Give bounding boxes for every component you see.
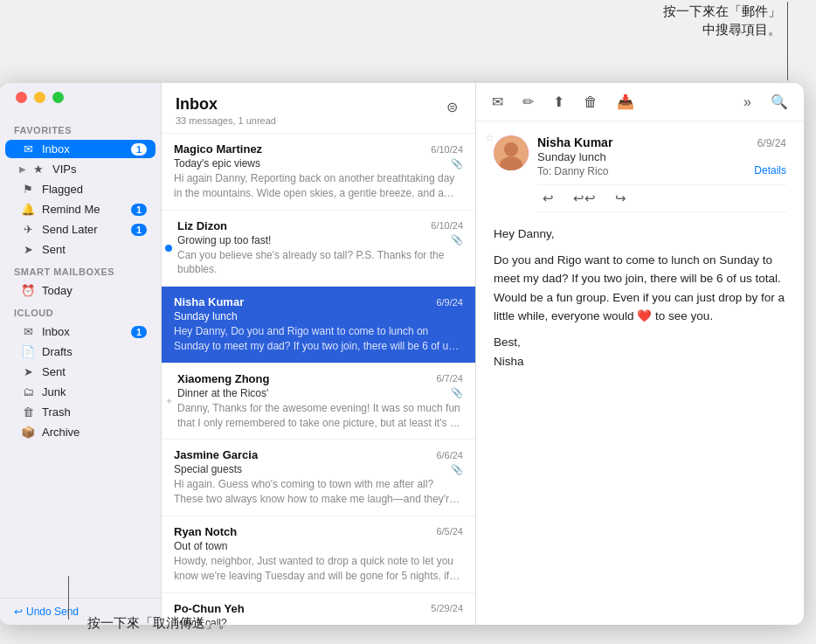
archive-toolbar-icon[interactable]: ⬆ bbox=[550, 90, 568, 114]
sidebar-item-trash[interactable]: 🗑 Trash bbox=[5, 403, 156, 421]
inbox-badge: 1 bbox=[131, 143, 147, 156]
email-item[interactable]: ✦ Xiaomeng Zhong 6/7/24 Dinner at the Ri… bbox=[162, 364, 475, 440]
sidebar-item-today[interactable]: ⏰ Today bbox=[5, 281, 156, 300]
email-item[interactable]: Jasmine Garcia 6/6/24 Special guests 📎 H… bbox=[162, 440, 475, 516]
email-detail-content: ☆ Nisha Kumar 6/9/24 Sunday lunch bbox=[476, 121, 804, 625]
email-list-header: Inbox 33 messages, 1 unread ⊜ bbox=[162, 83, 475, 134]
vips-icon: ★ bbox=[30, 163, 47, 176]
annotation-search-tip: 按一下來在「郵件」中搜尋項目。 bbox=[663, 2, 781, 38]
sidebar-item-vips[interactable]: ▶ ★ VIPs bbox=[5, 160, 156, 178]
sidebar-item-drafts[interactable]: 📄 Drafts bbox=[5, 343, 156, 361]
email-date: 6/7/24 bbox=[436, 373, 463, 384]
unread-dot bbox=[165, 245, 172, 252]
sidebar-item-icloud-inbox[interactable]: ✉ Inbox 1 bbox=[5, 322, 156, 341]
icloud-sent-icon: ➤ bbox=[19, 365, 37, 378]
filter-icon[interactable]: ⊜ bbox=[443, 95, 461, 119]
remind-me-icon: 🔔 bbox=[19, 203, 37, 216]
email-date: 6/10/24 bbox=[431, 220, 463, 231]
search-icon[interactable]: 🔍 bbox=[767, 90, 792, 114]
today-icon: ⏰ bbox=[19, 284, 37, 297]
detail-sender: Nisha Kumar bbox=[537, 135, 612, 149]
sidebar-item-label: VIPs bbox=[52, 163, 147, 176]
email-subject: Special guests bbox=[174, 463, 242, 475]
sidebar-item-send-later[interactable]: ✈ Send Later 1 bbox=[5, 220, 156, 239]
detail-subject: Sunday lunch bbox=[537, 150, 786, 163]
sidebar-item-label: Flagged bbox=[42, 183, 147, 196]
email-item[interactable]: Ryan Notch 6/5/24 Out of town Howdy, nei… bbox=[162, 516, 475, 593]
expand-icon: ▶ bbox=[19, 164, 26, 174]
email-sender: Xiaomeng Zhong bbox=[177, 372, 269, 385]
junk-icon: 🗂 bbox=[19, 385, 37, 398]
sidebar-item-sent[interactable]: ➤ Sent bbox=[5, 240, 156, 259]
sidebar-item-icloud-sent[interactable]: ➤ Sent bbox=[5, 363, 156, 381]
email-item-selected[interactable]: Nisha Kumar 6/9/24 Sunday lunch Hey Dann… bbox=[162, 287, 475, 364]
sidebar-item-inbox[interactable]: ✉ Inbox 1 bbox=[5, 140, 156, 158]
email-preview: Hey Danny, Do you and Rigo want to come … bbox=[174, 324, 463, 354]
email-sender: Magico Martinez bbox=[174, 142, 262, 156]
sidebar-item-remind-me[interactable]: 🔔 Remind Me 1 bbox=[5, 200, 156, 218]
email-list-panel: Inbox 33 messages, 1 unread ⊜ Magico Mar… bbox=[162, 83, 476, 625]
inbox-subtitle: 33 messages, 1 unread bbox=[176, 115, 276, 126]
attachment-icon: 📎 bbox=[451, 387, 463, 398]
sidebar-item-label: Trash bbox=[42, 405, 147, 419]
detail-to: To: Danny Rico bbox=[537, 165, 608, 177]
edit-icon[interactable]: ✏ bbox=[519, 90, 537, 114]
close-button[interactable] bbox=[16, 92, 27, 103]
delete-icon[interactable]: 🗑 bbox=[580, 91, 601, 114]
email-preview: Howdy, neighbor, Just wanted to drop a q… bbox=[174, 554, 463, 584]
attachment-icon: 📎 bbox=[451, 234, 463, 246]
attachment-icon: 📎 bbox=[451, 464, 463, 475]
forward-action-icon[interactable]: ↪ bbox=[610, 189, 632, 208]
email-subject: Today's epic views bbox=[174, 157, 260, 170]
traffic-lights bbox=[16, 92, 64, 103]
trash-icon: 🗑 bbox=[19, 405, 37, 419]
email-date: 6/6/24 bbox=[436, 450, 463, 460]
icloud-inbox-badge: 1 bbox=[131, 326, 147, 338]
archive-icon: 📦 bbox=[19, 426, 37, 439]
icloud-label: iCloud bbox=[0, 301, 161, 322]
undo-send-label: Undo Send bbox=[26, 606, 79, 618]
inbox-title: Inbox bbox=[176, 95, 276, 114]
email-list: Magico Martinez 6/10/24 Today's epic vie… bbox=[162, 134, 475, 625]
reply-action-icon[interactable]: ↩ bbox=[537, 189, 559, 208]
drafts-icon: 📄 bbox=[19, 345, 37, 358]
move-icon[interactable]: 📥 bbox=[613, 90, 638, 114]
sidebar-item-junk[interactable]: 🗂 Junk bbox=[5, 383, 156, 401]
email-sender: Nisha Kumar bbox=[174, 295, 244, 308]
email-sender: Jasmine Garcia bbox=[174, 448, 258, 461]
email-detail-toolbar: ✉ ✏ ⬆ 🗑 📥 » 🔍 bbox=[476, 83, 804, 121]
email-preview: Hi again. Guess who's coming to town wit… bbox=[174, 477, 463, 507]
email-item[interactable]: Liz Dizon 6/10/24 Growing up too fast! 📎… bbox=[162, 211, 475, 287]
sidebar-item-label: Sent bbox=[42, 243, 147, 256]
email-detail-meta: Nisha Kumar 6/9/24 Sunday lunch To: Dann… bbox=[537, 135, 786, 212]
details-link[interactable]: Details bbox=[754, 164, 786, 177]
email-subject: Sunday lunch bbox=[174, 310, 238, 322]
sidebar-item-archive[interactable]: 📦 Archive bbox=[5, 423, 156, 441]
undo-send-icon: ↩ bbox=[14, 606, 23, 618]
email-preview: Can you believe she's already so tall? P… bbox=[177, 248, 463, 278]
sidebar-item-label: Send Later bbox=[42, 223, 131, 236]
email-detail-header: ☆ Nisha Kumar 6/9/24 Sunday lunch bbox=[494, 135, 786, 212]
inbox-icon: ✉ bbox=[19, 142, 37, 156]
sidebar-item-label: Junk bbox=[42, 385, 147, 398]
fullscreen-button[interactable] bbox=[52, 92, 64, 103]
email-date: 5/29/24 bbox=[431, 603, 463, 613]
minimize-button[interactable] bbox=[34, 92, 45, 103]
avatar bbox=[494, 135, 529, 170]
email-date: 6/9/24 bbox=[436, 297, 463, 308]
sidebar-item-label: Today bbox=[42, 284, 147, 297]
star-detail-icon: ☆ bbox=[485, 132, 494, 144]
email-item[interactable]: Magico Martinez 6/10/24 Today's epic vie… bbox=[162, 134, 475, 211]
email-preview: Danny, Thanks for the awesome evening! I… bbox=[177, 401, 463, 431]
smart-mailboxes-label: Smart Mailboxes bbox=[0, 260, 161, 280]
email-sender: Ryan Notch bbox=[174, 525, 237, 538]
sidebar-item-label: Sent bbox=[42, 365, 147, 378]
more-icon[interactable]: » bbox=[740, 91, 755, 114]
sidebar-item-label: Inbox bbox=[42, 142, 131, 156]
sidebar-item-flagged[interactable]: ⚑ Flagged bbox=[5, 180, 156, 198]
sidebar-item-label: Drafts bbox=[42, 345, 147, 358]
reply-all-action-icon[interactable]: ↩↩ bbox=[568, 189, 601, 208]
compose-icon[interactable]: ✉ bbox=[488, 90, 507, 114]
body-content: Do you and Rigo want to come to lunch on… bbox=[494, 251, 786, 326]
attachment-icon: 📎 bbox=[451, 158, 463, 170]
